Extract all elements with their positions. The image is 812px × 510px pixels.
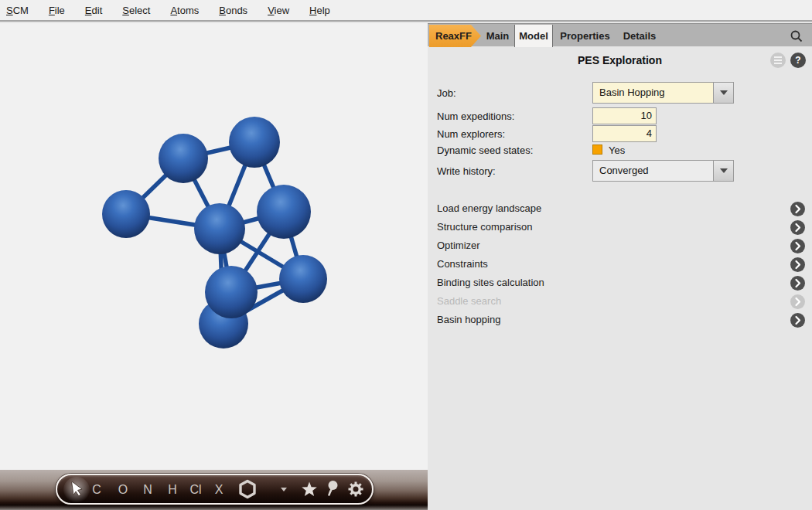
element-button-o[interactable]: O	[118, 480, 128, 500]
chevron-right-icon[interactable]	[790, 202, 805, 216]
page-title: PES Exploration	[428, 51, 812, 70]
link-label: Basin hopping	[437, 314, 500, 325]
balloon-icon	[324, 479, 339, 499]
link-basin-hopping[interactable]: Basin hopping	[428, 311, 812, 329]
job-label: Job:	[437, 87, 456, 99]
viewer-bottom-bar: C O N H Cl X	[0, 470, 428, 510]
menu-atoms[interactable]: Atoms	[170, 5, 199, 16]
tab-main[interactable]: Main	[481, 25, 514, 47]
cursor-arrow-icon	[70, 481, 84, 497]
balloon-tool-button[interactable]	[322, 475, 341, 503]
tab-properties[interactable]: Properties	[553, 25, 617, 47]
molecule-render	[0, 23, 428, 470]
element-button-n[interactable]: N	[143, 480, 152, 500]
link-constraints[interactable]: Constraints	[428, 255, 812, 274]
settings-panel: ReaxFF Main Model Properties Details PES…	[428, 23, 812, 510]
menu-scm[interactable]: SCM	[6, 5, 29, 16]
menu-help[interactable]: Help	[309, 5, 330, 16]
link-label: Optimizer	[437, 240, 480, 251]
chevron-right-icon[interactable]	[790, 220, 805, 235]
write-history-dropdown[interactable]: Converged	[592, 160, 734, 182]
tab-model[interactable]: Model	[514, 25, 553, 47]
link-saddle-search: Saddle search	[428, 292, 812, 311]
chevron-right-icon[interactable]	[790, 276, 805, 291]
panel-header: PES Exploration ?	[428, 51, 812, 70]
num-explorers-input[interactable]: 4	[592, 125, 657, 142]
molecule-viewer[interactable]	[0, 23, 428, 470]
tab-details[interactable]: Details	[617, 25, 662, 47]
panel-menu-icon[interactable]	[770, 53, 786, 68]
dynamic-seed-states-checkbox[interactable]	[592, 144, 602, 155]
chevron-right-icon[interactable]	[790, 313, 805, 328]
write-history-dropdown-arrow-icon[interactable]	[713, 161, 733, 181]
element-toolbar: C O N H Cl X	[56, 474, 374, 505]
num-explorers-label: Num explorers:	[437, 128, 505, 140]
link-binding-sites-calculation[interactable]: Binding sites calculation	[428, 274, 812, 292]
element-button-cl[interactable]: Cl	[189, 480, 201, 500]
menu-view[interactable]: View	[268, 5, 289, 16]
num-expeditions-input[interactable]: 10	[592, 107, 657, 124]
settings-button[interactable]	[346, 475, 366, 503]
job-dropdown[interactable]: Basin Hopping	[592, 82, 734, 104]
tab-bar: ReaxFF Main Model Properties Details	[428, 23, 812, 46]
job-dropdown-arrow-icon[interactable]	[713, 83, 733, 103]
help-icon[interactable]: ?	[790, 53, 806, 68]
element-button-h[interactable]: H	[168, 480, 177, 500]
dynamic-seed-states-label: Dynamic seed states:	[437, 144, 533, 156]
link-label: Binding sites calculation	[437, 277, 544, 288]
ring-tool-button[interactable]	[237, 475, 258, 503]
menu-bar: SCM File Edit Select Atoms Bonds View He…	[0, 0, 812, 22]
link-label: Constraints	[437, 258, 488, 270]
menu-edit[interactable]: Edit	[85, 5, 102, 16]
hexagon-ring-icon	[238, 479, 257, 499]
dynamic-seed-states-value: Yes	[609, 144, 625, 156]
menu-bonds[interactable]: Bonds	[219, 5, 247, 16]
star-icon	[300, 480, 319, 498]
application-window: SCM File Edit Select Atoms Bonds View He…	[0, 0, 812, 510]
link-optimizer[interactable]: Optimizer	[428, 236, 812, 255]
chevron-right-icon[interactable]	[790, 239, 805, 253]
num-expeditions-label: Num expeditions:	[437, 110, 514, 122]
cursor-tool-icon[interactable]	[67, 475, 86, 503]
write-history-label: Write history:	[437, 165, 496, 177]
element-x-dropdown-icon[interactable]	[281, 488, 287, 491]
link-label: Saddle search	[437, 295, 501, 307]
gear-icon	[346, 480, 365, 498]
element-button-x[interactable]: X	[215, 480, 223, 500]
search-button[interactable]	[787, 27, 806, 46]
link-label: Structure comparison	[437, 221, 533, 233]
chevron-right-icon	[790, 294, 805, 309]
element-button-c[interactable]: C	[92, 480, 101, 500]
menu-select[interactable]: Select	[122, 5, 150, 16]
link-label: Load energy landscape	[437, 202, 541, 214]
chevron-right-icon[interactable]	[790, 257, 805, 272]
search-icon	[790, 29, 803, 43]
star-tool-button[interactable]	[299, 475, 319, 503]
menu-file[interactable]: File	[49, 5, 65, 16]
write-history-value: Converged	[593, 161, 713, 181]
tab-reaxff[interactable]: ReaxFF	[429, 25, 481, 47]
link-load-energy-landscape[interactable]: Load energy landscape	[428, 199, 812, 218]
job-value: Basin Hopping	[593, 83, 713, 103]
link-structure-comparison[interactable]: Structure comparison	[428, 218, 812, 236]
